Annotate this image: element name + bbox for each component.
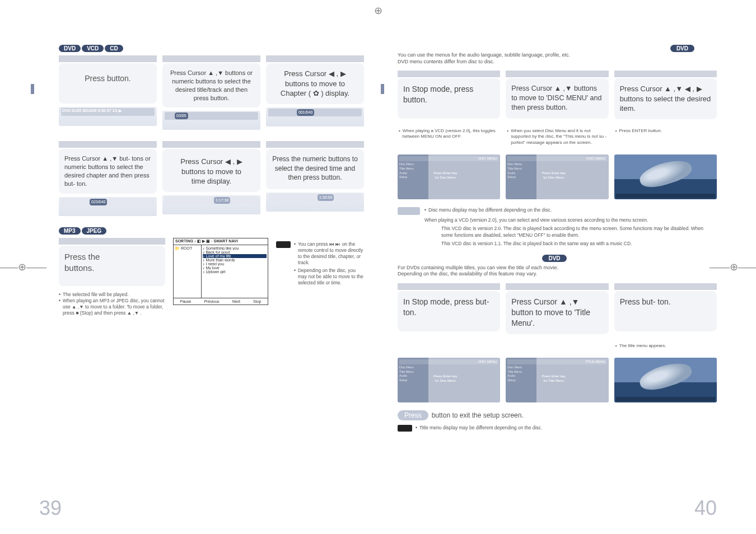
crop-top: ⊕ (374, 4, 382, 17)
page-right: DVD You can use the menus for the audio … (375, 39, 728, 517)
note-lines: Disc menu display may be different depen… (424, 207, 711, 247)
fb-item: ♪ Back for good (203, 250, 267, 254)
mp3-press-box: Press the buttons. (59, 246, 165, 286)
step-4: Press Cursor ▲ ,▼ but- tons or numeric b… (59, 141, 157, 216)
fb-item: ♪ Uptown girl (203, 270, 267, 274)
r2-step-1: In Stop mode, press but- ton. (398, 283, 500, 334)
title-menu-intro: For DVDs containing multiple titles, you… (398, 265, 717, 278)
thumb-title-menu-2: TITLE MENU Disc Menu Title Menu Audio Se… (506, 358, 608, 402)
format-badges-2: MP3 JPEG (59, 227, 364, 235)
badge-dvd-right: DVD (670, 45, 694, 52)
press-pill: Press (398, 410, 428, 420)
osd-5: 1:17:30 (162, 195, 260, 214)
r-step-1: In Stop mode, press button. (398, 71, 500, 119)
step-2: Press Cursor ▲ ,▼ buttons or numeric but… (162, 55, 260, 130)
gutter-bar (381, 84, 384, 94)
gutter-bar (31, 84, 34, 94)
r-note-b: When you select Disc Menu and it is not … (506, 127, 608, 147)
step-1: Press button. DVD 01/05 001/040 0:00:37 … (59, 55, 157, 130)
osd-2: 03/05 (162, 111, 260, 130)
r2-note: The title menu appears. (614, 342, 717, 350)
exit-row: Press Press button to exit the setup scr… (398, 410, 711, 420)
mp3-note-2: When playing an MP3 or JPEG disc, you ca… (59, 298, 165, 316)
r-step-2: Press Cursor ▲ ,▼ buttons to move to 'DI… (506, 71, 608, 119)
mp3-note-1: The selected file will be played. (59, 292, 165, 298)
r2-step-2: Press Cursor ▲ ,▼ button to move to 'Tit… (506, 283, 608, 334)
fb-header: SORTING ♪ ◧ ▶ ▣ ◦ SMART NAVI (174, 238, 268, 245)
fb-item: ♪ My love (203, 266, 267, 270)
badge-dvd-2: DVD (542, 255, 566, 262)
osd-4: 023/040 (59, 197, 157, 216)
dolphin-icon (637, 358, 694, 395)
step4-text: Press Cursor ▲ ,▼ but- tons or numeric b… (59, 149, 157, 193)
bottom-note: Title menu display may be different depe… (416, 425, 542, 432)
r2-step-3: Press but- ton. (614, 283, 717, 334)
fb-item: ♪ I need you (203, 262, 267, 266)
badge-dvd: DVD (59, 45, 81, 52)
page-number-left: 39 (39, 496, 62, 520)
fb-root: 📁 ROOT (175, 246, 200, 251)
thumb-title-menu-1: DISC MENU Disc Menu Title Menu Audio Set… (398, 358, 500, 402)
note-icon (276, 241, 291, 248)
step2-text: Press Cursor ▲ ,▼ buttons or numeric but… (162, 63, 260, 107)
fb-item: ♪ More than words (203, 258, 267, 262)
fb-item-selected: ♪ Love of my life (203, 254, 267, 258)
page-left: DVD VCD CD Press button. DVD 01/05 001/0… (28, 39, 375, 517)
badge-cd: CD (105, 45, 123, 52)
fb-item: ♪ Something like you (203, 246, 267, 250)
badge-jpeg: JPEG (82, 227, 107, 235)
r-note-a: When playing a VCD (version 2.0), this t… (398, 127, 500, 147)
dolphin-icon (637, 155, 694, 192)
r-step-3: Press Cursor ▲ ,▼ ◀ , ▶ buttons to selec… (614, 71, 717, 119)
step1-text: Press button. (59, 63, 157, 104)
thumb-photo-2 (614, 358, 717, 402)
step3-text: Press Cursor ◀ , ▶ buttons to move to Ch… (266, 63, 364, 104)
step-6: Press the numeric buttons to select the … (266, 141, 364, 216)
step5-text: Press Cursor ◀ , ▶ buttons to move to ti… (162, 149, 260, 192)
step-3: Press Cursor ◀ , ▶ buttons to move to Ch… (266, 55, 364, 130)
osd-3: 001/040 (266, 107, 364, 127)
note-icon (398, 425, 412, 432)
badge-vcd: VCD (82, 45, 104, 52)
note-tag (398, 207, 420, 215)
step6-text: Press the numeric buttons to select the … (266, 149, 364, 189)
osd-1: DVD 01/05 001/040 0:00:37 1/1 ▶ (59, 107, 157, 126)
disc-menu-intro: You can use the menus for the audio lang… (398, 52, 717, 65)
osd-6: 1:30:00 (266, 193, 364, 212)
r-note-c: Press ENTER button. (614, 127, 717, 147)
thumb-disc-menu-1: DISC MENU Disc Menu Title Menu Audio Set… (398, 154, 500, 199)
file-browser: SORTING ♪ ◧ ▶ ▣ ◦ SMART NAVI 📁 ROOT ♪ So… (173, 238, 268, 305)
format-badges: DVD VCD CD (59, 45, 364, 52)
thumb-photo-1 (614, 154, 717, 199)
step-5: Press Cursor ◀ , ▶ buttons to move to ti… (162, 141, 260, 216)
thumb-disc-menu-2: DISC MENU Disc Menu Title Menu Audio Set… (506, 154, 608, 199)
page-number-right: 40 (694, 496, 717, 520)
note-block: You can press ⏮ ⏭ on the remote control … (276, 241, 364, 286)
badge-mp3: MP3 (59, 227, 81, 235)
